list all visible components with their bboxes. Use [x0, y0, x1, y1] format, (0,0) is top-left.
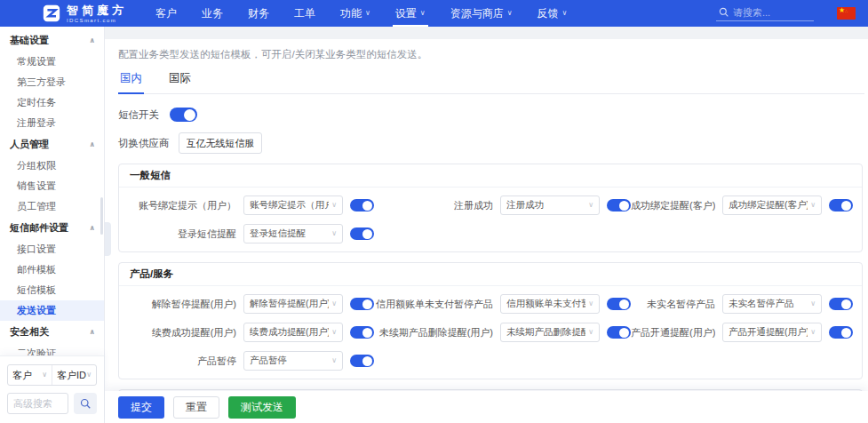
template-select[interactable]: 续费成功提醒(用户) [243, 323, 343, 342]
chevron-down-icon [588, 329, 593, 336]
reset-button[interactable]: 重置 [173, 396, 219, 419]
sidebar-collapse-handle[interactable] [105, 222, 111, 256]
template-select[interactable]: 解除暂停提醒(用户) [243, 294, 343, 314]
provider-row: 切换供应商 [118, 132, 864, 154]
chevron-down-icon [331, 329, 337, 336]
global-search[interactable] [716, 6, 814, 21]
advanced-search-button[interactable] [74, 393, 97, 414]
sidebar-item-send-settings[interactable]: 发送设置 [0, 300, 104, 321]
toggle-switch[interactable] [607, 298, 631, 310]
field-unsuspend-notice: 解除暂停提醒(用户) 解除暂停提醒(用户) [128, 294, 374, 314]
toggle-switch[interactable] [607, 326, 631, 339]
template-select[interactable]: 信用额账单未支付暂停产品 [500, 294, 600, 314]
nav-item-ticket[interactable]: 工单 [282, 0, 328, 27]
toggle-switch[interactable] [607, 199, 631, 212]
template-select[interactable]: 产品暂停 [243, 351, 343, 371]
sms-switch-row: 短信开关 [118, 108, 864, 122]
nav-item-customer[interactable]: 客户 [143, 0, 189, 27]
field-label: 未续期产品删除提醒(用户) [374, 326, 493, 339]
toggle-switch[interactable] [829, 298, 853, 310]
sidebar-group-sms-email[interactable]: 短信邮件设置 [0, 217, 104, 239]
global-search-input[interactable] [733, 7, 806, 18]
app-logo[interactable]: 智简魔方 IDCSmart.com [0, 4, 127, 23]
sidebar-item-sms-templates[interactable]: 短信模板 [0, 280, 104, 300]
field-credit-unpaid-suspend: 信用额账单未支付暂停产品 信用额账单未支付暂停产品 [374, 294, 631, 314]
nav-item-business[interactable]: 业务 [189, 0, 235, 27]
toggle-switch[interactable] [829, 326, 853, 339]
filter-field-select[interactable]: 客户ID [52, 365, 96, 385]
chevron-down-icon [86, 371, 92, 379]
field-label: 续费成功提醒(用户) [128, 326, 236, 339]
template-select[interactable]: 未实名暂停产品 [722, 294, 822, 314]
field-unrenewed-delete-notice: 未续期产品删除提醒(用户) 未续期产品删除提醒(用户) [374, 323, 631, 342]
section-title: 产品/服务 [119, 263, 862, 286]
section-general-sms: 一般短信 账号绑定提示（用户） 账号绑定提示（用户） 注册成功 注册成功 [118, 164, 863, 252]
provider-input[interactable] [179, 132, 262, 154]
chevron-up-icon [90, 140, 96, 148]
chevron-down-icon [365, 10, 370, 17]
sidebar-item-api-settings[interactable]: 接口设置 [0, 239, 104, 259]
template-select[interactable]: 登录短信提醒 [243, 224, 343, 243]
section-product-service: 产品/服务 解除暂停提醒(用户) 解除暂停提醒(用户) 信用额账单未支付暂停产品… [118, 262, 863, 379]
sidebar-group-security[interactable]: 安全相关 [0, 321, 104, 343]
chevron-down-icon [810, 202, 816, 209]
toggle-switch[interactable] [350, 199, 374, 212]
toggle-switch[interactable] [829, 199, 853, 212]
sidebar-item-register-login[interactable]: 注册登录 [0, 113, 104, 133]
sidebar-item-staff-management[interactable]: 员工管理 [0, 196, 104, 217]
sidebar-item-scheduled-tasks[interactable]: 定时任务 [0, 92, 104, 113]
nav-item-store[interactable]: 资源与商店 [438, 0, 525, 27]
section-title: 一般短信 [119, 164, 862, 188]
field-renewal-success-notice: 续费成功提醒(用户) 续费成功提醒(用户) [128, 323, 374, 342]
sidebar-group-basic-settings[interactable]: 基础设置 [0, 29, 104, 52]
sidebar-item-sales-settings[interactable]: 销售设置 [0, 176, 104, 196]
settings-card: 配置业务类型发送的短信模板，可开启/关闭某业务类型的短信发送。 国内 国际 短信… [105, 39, 868, 391]
toggle-switch[interactable] [350, 298, 374, 310]
sidebar-item-general-settings[interactable]: 常规设置 [0, 52, 104, 72]
field-label: 产品开通提醒(用户) [631, 326, 715, 339]
advanced-search-input[interactable] [7, 393, 68, 414]
template-select[interactable]: 注册成功 [500, 196, 600, 215]
tab-domestic[interactable]: 国内 [118, 71, 144, 93]
tab-international[interactable]: 国际 [167, 71, 193, 93]
sidebar-item-group-permissions[interactable]: 分组权限 [0, 156, 104, 176]
field-product-suspend: 产品暂停 产品暂停 [128, 351, 374, 371]
app-window: 智简魔方 IDCSmart.com 客户 业务 财务 工单 功能 设置 资源与商… [0, 0, 868, 423]
field-account-binding-notice: 账号绑定提示（用户） 账号绑定提示（用户） [128, 196, 374, 215]
field-unverified-suspend: 未实名暂停产品 未实名暂停产品 [631, 294, 853, 314]
chevron-down-icon [331, 202, 337, 209]
template-select[interactable]: 账号绑定提示（用户） [243, 196, 343, 215]
sidebar-menu: 基础设置 常规设置 第三方登录 定时任务 注册登录 人员管理 分组权限 销售设置… [0, 27, 104, 355]
sidebar-item-third-party-login[interactable]: 第三方登录 [0, 72, 104, 92]
toggle-switch[interactable] [350, 227, 374, 240]
sidebar-group-personnel[interactable]: 人员管理 [0, 133, 104, 156]
nav-item-finance[interactable]: 财务 [235, 0, 282, 27]
chevron-down-icon [420, 10, 426, 17]
field-label: 产品暂停 [128, 355, 236, 368]
nav-item-settings[interactable]: 设置 [383, 0, 438, 27]
submit-button[interactable]: 提交 [118, 396, 164, 419]
field-login-sms-notice: 登录短信提醒 登录短信提醒 [128, 224, 374, 243]
search-icon [719, 7, 729, 17]
toggle-switch[interactable] [350, 326, 374, 339]
brand-title: 智简魔方 [67, 4, 127, 16]
nav-item-feedback[interactable]: 反馈 [525, 0, 580, 27]
test-send-button[interactable]: 测试发送 [228, 396, 296, 419]
template-select[interactable]: 未续期产品删除提醒(用户) [500, 323, 600, 342]
chevron-down-icon [810, 329, 816, 336]
field-binding-success-notice: 成功绑定提醒(客户) 成功绑定提醒(客户) [631, 196, 853, 215]
footer-action-bar: 提交 重置 测试发送 [105, 391, 868, 423]
toggle-switch[interactable] [350, 355, 374, 367]
nav-item-function[interactable]: 功能 [328, 0, 383, 27]
sidebar-item-email-templates[interactable]: 邮件模板 [0, 259, 104, 280]
sidebar-item-two-factor[interactable]: 二次验证 [0, 343, 104, 355]
sms-master-toggle[interactable] [170, 108, 197, 122]
template-select[interactable]: 成功绑定提醒(客户) [722, 196, 822, 215]
chevron-down-icon [331, 357, 337, 364]
chevron-down-icon [331, 300, 337, 307]
chevron-up-icon [90, 224, 96, 232]
sidebar-scrollbar[interactable] [100, 197, 103, 235]
filter-type-select[interactable]: 客户 [8, 365, 52, 385]
china-flag-icon[interactable] [837, 7, 856, 20]
template-select[interactable]: 产品开通提醒(用户) [722, 323, 822, 342]
